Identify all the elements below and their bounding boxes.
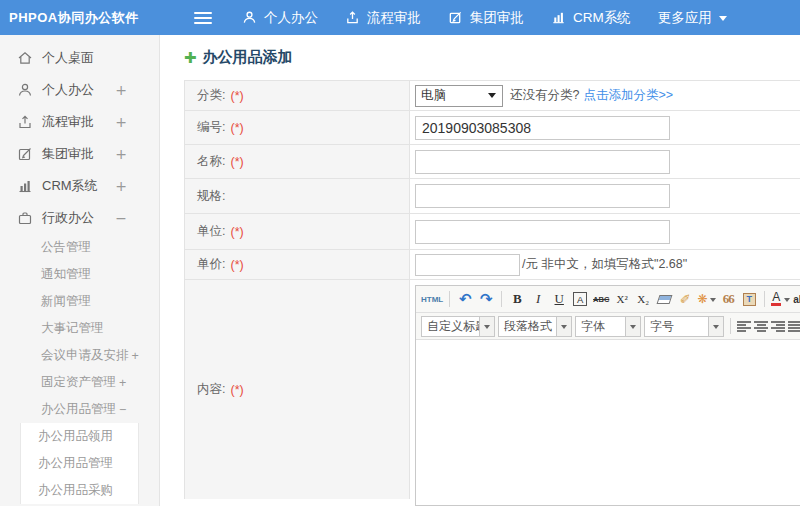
custom-title-dropdown[interactable]: 自定义标题 — [421, 316, 495, 337]
subitem-label: 固定资产管理 — [41, 374, 116, 391]
collapse-minus-icon[interactable]: − — [119, 403, 126, 417]
sidebar-item-supplies-claim[interactable]: 办公用品领用 — [21, 423, 138, 450]
nav-label: 流程审批 — [367, 9, 421, 27]
sidebar-subitem-notices[interactable]: 通知管理 — [0, 261, 159, 288]
form-row-spec: 规格: — [185, 179, 800, 214]
name-input[interactable] — [415, 150, 670, 174]
nav-label: 个人办公 — [264, 9, 318, 27]
sidebar-item-personal-office[interactable]: 个人办公 + — [0, 74, 159, 106]
paragraph-format-dropdown[interactable]: 段落格式 — [498, 316, 572, 337]
expand-plus-icon[interactable]: + — [115, 114, 127, 130]
top-navigation-bar: PHPOA协同办公软件 个人办公 流程审批 集团审批 CRM系统 更多应用 — [0, 0, 800, 35]
subitem-label: 会议申请及安排 — [41, 347, 129, 364]
sidebar-item-admin-office[interactable]: 行政办公 − — [0, 202, 159, 234]
collapse-minus-icon[interactable]: − — [115, 210, 127, 226]
font-color-button[interactable]: A — [771, 290, 790, 309]
caret-down-icon — [625, 317, 640, 336]
nav-workflow-approval[interactable]: 流程审批 — [345, 9, 421, 27]
redo-icon[interactable]: ↷ — [477, 290, 495, 309]
field-label: 单价: — [197, 256, 225, 273]
briefcase-icon — [17, 210, 33, 226]
category-hint: 还没有分类? — [510, 87, 579, 104]
subitem-label: 办公用品管理 — [41, 401, 116, 418]
bold-button[interactable]: B — [508, 290, 526, 309]
sidebar-item-label: 流程审批 — [42, 113, 94, 131]
form-row-code: 编号: (*) — [185, 111, 800, 145]
select-caret-icon — [488, 93, 496, 102]
required-mark: (*) — [230, 89, 243, 103]
spec-input[interactable] — [415, 184, 670, 208]
highlight-color-button[interactable]: ab✐ — [793, 290, 800, 309]
sidebar-item-supplies-manage[interactable]: 办公用品管理 — [21, 450, 138, 477]
char-border-button[interactable]: A — [571, 290, 589, 309]
field-label: 单位: — [197, 223, 225, 240]
app-logo[interactable]: PHPOA协同办公软件 — [0, 9, 152, 27]
caret-down-icon — [710, 298, 716, 305]
caret-down-icon — [479, 317, 494, 336]
align-justify-icon[interactable] — [788, 321, 800, 332]
nav-personal-office[interactable]: 个人办公 — [242, 9, 318, 27]
sidebar-subitem-meetings[interactable]: 会议申请及安排 + — [0, 342, 159, 369]
subitem-label: 大事记管理 — [41, 320, 104, 337]
required-mark: (*) — [230, 258, 243, 272]
autoformat-button[interactable]: ❋ — [697, 290, 716, 309]
align-left-icon[interactable] — [737, 321, 751, 332]
eraser-icon[interactable] — [655, 290, 673, 309]
user-icon — [17, 82, 33, 98]
unit-input[interactable] — [415, 220, 670, 244]
caret-down-icon — [708, 317, 723, 336]
nav-crm-system[interactable]: CRM系统 — [551, 9, 631, 27]
required-mark: (*) — [230, 383, 243, 397]
caret-down-icon — [784, 298, 790, 305]
align-center-icon[interactable] — [754, 321, 768, 332]
superscript-button[interactable]: X² — [613, 290, 631, 309]
sidebar-subitem-announcements[interactable]: 公告管理 — [0, 234, 159, 261]
sidebar-subitem-memorabilia[interactable]: 大事记管理 — [0, 315, 159, 342]
required-mark: (*) — [230, 121, 243, 135]
form-row-content: 内容: (*) HTML ↶ ↷ B I U A ABC — [185, 280, 800, 499]
font-family-dropdown[interactable]: 字体 — [575, 316, 641, 337]
sidebar-item-supplies-purchase[interactable]: 办公用品采购 — [21, 477, 138, 504]
subitem-label: 公告管理 — [41, 239, 91, 256]
expand-plus-icon[interactable]: + — [115, 178, 127, 194]
undo-icon[interactable]: ↶ — [456, 290, 474, 309]
sidebar-subitem-fixed-assets[interactable]: 固定资产管理 + — [0, 369, 159, 396]
paste-button[interactable]: T — [740, 290, 758, 309]
sidebar-item-label: 行政办公 — [42, 209, 94, 227]
sidebar-item-workflow-approval[interactable]: 流程审批 + — [0, 106, 159, 138]
code-input[interactable] — [415, 116, 670, 140]
sidebar-item-personal-desktop[interactable]: 个人桌面 — [0, 42, 159, 74]
nav-more-apps[interactable]: 更多应用 — [658, 9, 727, 27]
align-right-icon[interactable] — [771, 321, 785, 332]
expand-plus-icon[interactable]: + — [115, 146, 127, 162]
bar-chart-icon — [17, 178, 33, 194]
add-category-link[interactable]: 点击添加分类>> — [583, 87, 673, 104]
subscript-button[interactable]: X₂ — [634, 290, 652, 309]
category-select[interactable]: 电脑 — [415, 85, 503, 107]
sidebar-subitem-office-supplies[interactable]: 办公用品管理 − — [0, 396, 159, 423]
expand-plus-icon[interactable]: + — [132, 349, 139, 363]
font-size-dropdown[interactable]: 字号 — [644, 316, 724, 337]
italic-button[interactable]: I — [529, 290, 547, 309]
nav-group-approval[interactable]: 集团审批 — [448, 9, 524, 27]
nav-label: 集团审批 — [470, 9, 524, 27]
home-icon — [17, 50, 33, 66]
sidebar-third-level-panel: 办公用品领用 办公用品管理 办公用品采购 — [20, 423, 139, 504]
field-label: 分类: — [197, 87, 225, 104]
strikethrough-button[interactable]: ABC — [592, 290, 610, 309]
expand-plus-icon[interactable]: + — [115, 82, 127, 98]
expand-plus-icon[interactable]: + — [119, 376, 126, 390]
price-input[interactable] — [415, 254, 520, 276]
editor-content-area[interactable] — [416, 340, 800, 505]
blockquote-button[interactable]: 66 — [719, 290, 737, 309]
sidebar-item-crm-system[interactable]: CRM系统 + — [0, 170, 159, 202]
field-label: 名称: — [197, 153, 225, 170]
hamburger-menu-icon[interactable] — [194, 12, 212, 24]
field-label: 内容: — [197, 381, 225, 398]
html-source-button[interactable]: HTML — [421, 290, 443, 309]
underline-button[interactable]: U — [550, 290, 568, 309]
sidebar-subitem-news[interactable]: 新闻管理 — [0, 288, 159, 315]
format-brush-icon[interactable]: ✐ — [676, 290, 694, 309]
form-row-name: 名称: (*) — [185, 145, 800, 179]
sidebar-item-group-approval[interactable]: 集团审批 + — [0, 138, 159, 170]
